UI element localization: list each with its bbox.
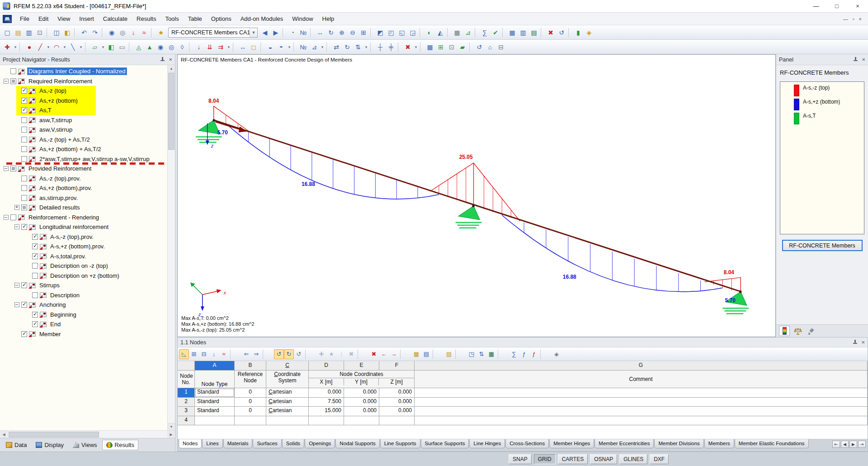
- pin-icon[interactable]: [160, 57, 165, 62]
- member-load-icon[interactable]: ⇊: [204, 42, 215, 52]
- z-coordinate-cell[interactable]: 0.000: [379, 388, 415, 397]
- z-coordinate-cell[interactable]: 0.000: [379, 407, 415, 416]
- column-letter[interactable]: D: [309, 361, 344, 370]
- tree-item[interactable]: End: [0, 319, 167, 329]
- mdi-close-icon[interactable]: ×: [859, 16, 862, 22]
- remove-right-icon[interactable]: →: [389, 349, 399, 359]
- row-number-cell[interactable]: 3: [178, 407, 195, 416]
- new-opening-icon[interactable]: ▭: [117, 42, 127, 52]
- first-table-tab-button[interactable]: ⇤: [832, 441, 840, 448]
- connect-lines-icon[interactable]: ┼: [375, 42, 386, 52]
- tree-expander[interactable]: [14, 224, 19, 229]
- table-row[interactable]: 3 Standard 0 Cartesian 15.000 0.000 0.00…: [178, 407, 868, 416]
- x-coordinate-cell[interactable]: 15.000: [309, 407, 344, 416]
- copy-icon[interactable]: ◫: [51, 27, 62, 38]
- lock-table-icon[interactable]: ◈: [552, 349, 561, 359]
- fill-down-icon[interactable]: ↓: [209, 349, 219, 359]
- tree-item[interactable]: As,-z (top),prov.: [0, 174, 167, 184]
- new-node-icon[interactable]: ●: [24, 42, 35, 52]
- measure-icon[interactable]: ⊿: [309, 42, 320, 52]
- dropdown-caret-icon[interactable]: ▾: [100, 42, 106, 52]
- y-coordinate-cell[interactable]: 0.000: [344, 398, 379, 407]
- quick-input-icon[interactable]: ⊞: [435, 42, 446, 52]
- table-row[interactable]: 1 Standard 0 Cartesian 0.000 0.000 0.000: [178, 388, 868, 398]
- tree-item[interactable]: Description: [0, 290, 167, 300]
- tree-checkbox[interactable]: [21, 156, 27, 162]
- view-iso-icon[interactable]: ◩: [375, 27, 386, 38]
- tree-checkbox[interactable]: [21, 98, 27, 104]
- last-view-icon[interactable]: ↺: [474, 42, 485, 52]
- scroll-down-icon[interactable]: ▼: [168, 423, 175, 430]
- tree-item[interactable]: Reinforcement - Rendering: [0, 213, 167, 223]
- panel-toggle-icon[interactable]: ▥: [518, 27, 528, 38]
- tree-checkbox[interactable]: [32, 234, 38, 240]
- tree-vertical-scrollbar[interactable]: ▲ ▼: [167, 65, 175, 430]
- add-filter-icon[interactable]: ✚: [316, 349, 326, 359]
- comment-cell[interactable]: [415, 398, 868, 407]
- tree-checkbox[interactable]: [21, 146, 27, 152]
- reference-node-cell[interactable]: 0: [235, 388, 266, 397]
- dropdown-caret-icon[interactable]: ▾: [413, 42, 419, 52]
- reference-node-cell[interactable]: 0: [235, 398, 266, 407]
- color-scale-icon[interactable]: ▮: [573, 27, 584, 38]
- tree-expander[interactable]: [4, 215, 9, 220]
- renumber-icon[interactable]: №: [298, 42, 309, 52]
- x-coordinate-cell[interactable]: 7.500: [309, 398, 344, 407]
- mdi-minimize-icon[interactable]: —: [843, 16, 848, 22]
- rotate-copy-icon[interactable]: ↻: [342, 42, 353, 52]
- comment-cell[interactable]: [415, 407, 868, 416]
- node-1[interactable]: [213, 119, 215, 122]
- menu-item[interactable]: Help: [318, 14, 339, 24]
- numbering-icon[interactable]: №: [298, 27, 309, 38]
- table-layout-icon[interactable]: ▦: [425, 42, 435, 52]
- z-coordinate-cell[interactable]: [379, 416, 415, 425]
- work-plane2-icon[interactable]: ▰: [457, 42, 468, 52]
- member-hinge-icon[interactable]: ◉: [155, 42, 166, 52]
- table-tab[interactable]: Nodes: [179, 439, 202, 448]
- case-combobox[interactable]: RF-CONCRETE Members CA1 - ▼: [168, 28, 258, 38]
- beam-member[interactable]: [214, 120, 741, 292]
- table-tab[interactable]: Solids: [282, 439, 304, 448]
- tree-item[interactable]: As,T: [0, 105, 167, 115]
- sync-table-icon[interactable]: ↺: [294, 349, 304, 359]
- column-letter[interactable]: E: [344, 361, 379, 370]
- navigator-tab[interactable]: Data: [2, 440, 31, 450]
- menu-item[interactable]: Table: [184, 14, 207, 24]
- status-toggle-button[interactable]: GLINES: [619, 454, 647, 464]
- mirror-icon[interactable]: ⇅: [353, 42, 363, 52]
- scroll-left-icon[interactable]: ◀: [0, 431, 8, 438]
- format-table-icon[interactable]: ▤: [421, 349, 431, 359]
- pin-icon[interactable]: [853, 57, 858, 62]
- tree-item[interactable]: 2*asw,T,stirrup+ aw,V,stirrup a-sw,V,sti…: [0, 154, 167, 164]
- menu-item[interactable]: Edit: [34, 14, 53, 24]
- insert-row-icon[interactable]: ⊞: [189, 349, 199, 359]
- row-number-cell[interactable]: 4: [178, 416, 195, 425]
- column-letter[interactable]: G: [415, 361, 868, 370]
- tree-checkbox[interactable]: [32, 273, 38, 279]
- tree-checkbox[interactable]: [21, 107, 27, 113]
- delete-icon[interactable]: ✖: [402, 42, 413, 52]
- next-table-tab-button[interactable]: ▶: [849, 441, 857, 448]
- tree-checkbox[interactable]: [21, 195, 27, 201]
- excel-export-icon[interactable]: ▤: [528, 27, 539, 38]
- fx-icon[interactable]: ƒ: [519, 349, 529, 359]
- move-view-icon[interactable]: ↔: [315, 27, 326, 38]
- tree-checkbox[interactable]: [32, 312, 38, 318]
- full-view-icon[interactable]: ⌂: [485, 42, 495, 52]
- status-toggle-button[interactable]: SNAP: [509, 454, 532, 464]
- check-model-icon[interactable]: ✔: [490, 27, 501, 38]
- y-coordinate-cell[interactable]: [344, 416, 379, 425]
- menu-item[interactable]: Window: [288, 14, 317, 24]
- tree-expander[interactable]: [14, 283, 19, 288]
- fx-delete-icon[interactable]: ƒ: [529, 349, 539, 359]
- coordinate-system-cell[interactable]: Cartesian: [266, 398, 309, 407]
- row-number-cell[interactable]: 2: [178, 398, 195, 407]
- tree-item[interactable]: Description on -z (top): [0, 261, 167, 271]
- node-3[interactable]: [739, 290, 741, 293]
- tree-expander[interactable]: [4, 79, 9, 84]
- coordinate-system-cell[interactable]: Cartesian: [266, 388, 309, 397]
- row-number-cell[interactable]: 1: [178, 388, 195, 397]
- forward-icon[interactable]: ▶: [270, 27, 281, 38]
- back-icon[interactable]: ◀: [259, 27, 270, 38]
- maximize-button[interactable]: □: [826, 0, 847, 13]
